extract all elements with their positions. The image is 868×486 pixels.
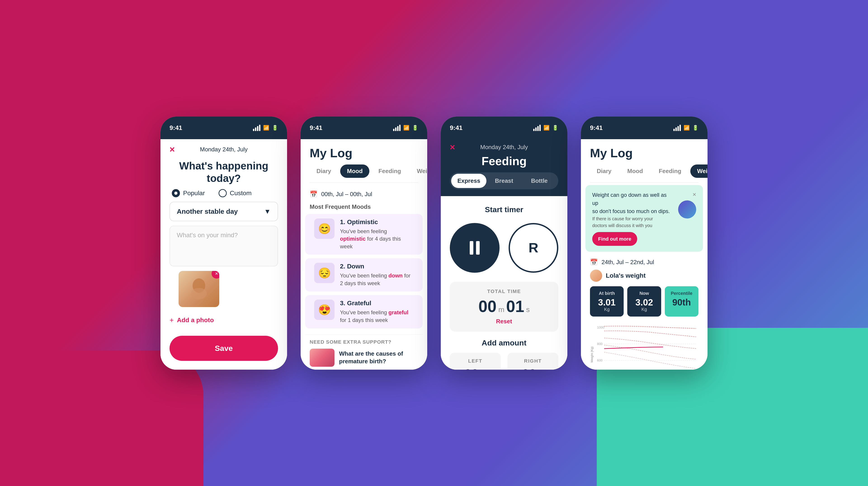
mood-name-optimistic: 1. Optimistic <box>340 219 414 226</box>
wifi-icon: 📶 <box>263 125 269 131</box>
phone1-content: × Monday 24th, July What's happening tod… <box>160 139 287 370</box>
tabs-row: Diary Mood Feeding Weight <box>590 164 699 183</box>
support-card[interactable]: What are the causes of premature birth? <box>310 349 418 367</box>
amount-row: LEFT 00 ml RIGHT 00 ml <box>450 353 558 370</box>
radio-custom-label: Custom <box>230 190 252 197</box>
phone1-status-bar: 9:41 📶 🔋 <box>160 117 287 139</box>
radio-custom[interactable]: Custom <box>219 189 252 197</box>
phone4-header: My Log Diary Mood Feeding Weight <box>581 139 708 185</box>
phone2-content: My Log Diary Mood Feeding Weight 📅 00th,… <box>301 139 427 370</box>
radio-popular[interactable]: Popular <box>172 189 205 197</box>
timer-circles: R <box>450 223 558 273</box>
tab-feeding[interactable]: Feeding <box>652 164 688 178</box>
close-button[interactable]: × <box>169 144 175 155</box>
seconds-value: 01 <box>506 297 524 316</box>
signal-icon <box>253 125 260 131</box>
weight-boxes: At birth 3.01 Kg Now 3.02 Kg Percentile … <box>590 286 699 317</box>
tab-express[interactable]: Express <box>451 174 487 188</box>
mood-text-optimistic: 1. Optimistic You've been feeling optimi… <box>340 219 414 250</box>
mylog-header: My Log Diary Mood Feeding Weight <box>301 139 427 185</box>
date-range: 24th, Jul – 22nd, Jul <box>601 259 654 266</box>
lola-row: Lola's weight <box>590 269 699 282</box>
mood-item-2: 😔 2. Down You've been feeling down for 2… <box>305 258 423 291</box>
photo-preview: × <box>179 271 219 307</box>
weight-date-range: 📅 24th, Jul – 22nd, Jul <box>581 256 708 269</box>
tab-feeding[interactable]: Feeding <box>372 164 408 178</box>
battery-icon: 🔋 <box>552 125 558 131</box>
lola-weight-section: Lola's weight At birth 3.01 Kg Now 3.02 … <box>581 269 708 321</box>
alert-right: × <box>678 191 696 219</box>
at-birth-value: 3.01 <box>594 298 620 307</box>
signal-icon <box>393 125 401 131</box>
mood-dropdown[interactable]: Another stable day ▼ <box>169 202 278 221</box>
save-button[interactable]: Save <box>169 336 278 361</box>
phone1-top-bar: × Monday 24th, July <box>160 139 287 155</box>
find-out-more-button[interactable]: Find out more <box>592 232 637 246</box>
phone4-content: My Log Diary Mood Feeding Weight Weight … <box>581 139 708 370</box>
add-photo-button[interactable]: + Add a photo <box>160 316 287 331</box>
right-value: 00 <box>522 366 536 370</box>
tab-diary[interactable]: Diary <box>310 164 338 178</box>
tab-mood[interactable]: Mood <box>620 164 650 178</box>
svg-point-1 <box>191 288 207 299</box>
alert-close-button[interactable]: × <box>692 191 696 198</box>
pause-button[interactable] <box>450 223 500 273</box>
y-label-1000: 1000 <box>597 326 604 329</box>
mylog-title: My Log <box>590 146 699 160</box>
total-time-box: TOTAL TIME 00 m 01 s Reset <box>450 282 558 332</box>
phone4-time: 9:41 <box>590 124 602 131</box>
bg-shape-pink <box>0 350 204 486</box>
phone3-top-bar: × Monday 24th, July <box>450 144 558 151</box>
photo-section: × <box>160 271 287 316</box>
at-birth-unit: Kg <box>594 307 620 312</box>
tab-weight[interactable]: Weight <box>410 164 427 178</box>
alert-illustration <box>678 200 696 219</box>
battery-icon: 🔋 <box>272 125 278 131</box>
baby-name: Lola's weight <box>606 272 646 279</box>
calendar-icon: 📅 <box>310 191 318 198</box>
battery-icon: 🔋 <box>412 125 418 131</box>
phone3-inner: × Monday 24th, July Feeding Express Brea… <box>441 139 567 370</box>
date-range: 00th, Jul – 00th, Jul <box>321 191 372 198</box>
tab-weight[interactable]: Weight <box>690 164 708 178</box>
most-frequent-label: Most frequent moods <box>301 203 427 214</box>
weight-box-percentile: Percentile 90th <box>665 286 699 317</box>
phone1-status-icons: 📶 🔋 <box>253 125 278 131</box>
phone1-inner: × Monday 24th, July What's happening tod… <box>160 139 287 370</box>
textarea-placeholder: What's on your mind? <box>177 232 238 238</box>
phone4-status-bar: 9:41 📶 🔋 <box>581 117 708 139</box>
mood-emoji-optimistic: 😊 <box>314 219 335 239</box>
mood-name-grateful: 3. Grateful <box>340 300 414 307</box>
left-label: LEFT <box>455 358 495 364</box>
tab-mood[interactable]: Mood <box>340 164 369 178</box>
reset-timer-button[interactable]: R <box>508 223 558 273</box>
radio-group: Popular Custom <box>160 189 287 202</box>
radio-popular-circle[interactable] <box>172 189 180 197</box>
phone2-inner: My Log Diary Mood Feeding Weight 📅 00th,… <box>301 139 427 370</box>
tab-breast[interactable]: Breast <box>487 174 522 188</box>
wifi-icon: 📶 <box>684 125 690 131</box>
tab-diary[interactable]: Diary <box>590 164 618 178</box>
chart-svg: 1000 800 600 <box>590 321 699 370</box>
mood-description-grateful: You've been feeling grateful for 1 days … <box>340 309 414 324</box>
phones-container: 9:41 📶 🔋 × Monday 24th, July What's happ… <box>160 117 708 370</box>
reset-button[interactable]: Reset <box>463 318 545 325</box>
close-button[interactable]: × <box>450 142 455 152</box>
phone3-status-bar: 9:41 📶 🔋 <box>441 117 567 139</box>
journal-textarea[interactable]: What's on your mind? <box>169 226 278 266</box>
support-card-image <box>310 349 335 367</box>
avatar <box>590 269 602 282</box>
wifi-icon: 📶 <box>403 125 409 131</box>
radio-custom-circle[interactable] <box>219 189 227 197</box>
left-value-display: 00 ml <box>455 366 495 370</box>
phone2-status-icons: 📶 🔋 <box>393 125 418 131</box>
pause-icon <box>470 241 480 255</box>
date-label: Monday 24th, July <box>200 146 248 153</box>
signal-icon <box>533 125 541 131</box>
mood-text-grateful: 3. Grateful You've been feeling grateful… <box>340 300 414 324</box>
mood-emoji-grateful: 😍 <box>314 300 335 320</box>
percentile-50th <box>604 331 696 337</box>
tabs-row: Diary Mood Feeding Weight <box>310 164 418 183</box>
tab-bottle[interactable]: Bottle <box>522 174 557 188</box>
right-label: RIGHT <box>513 358 553 364</box>
